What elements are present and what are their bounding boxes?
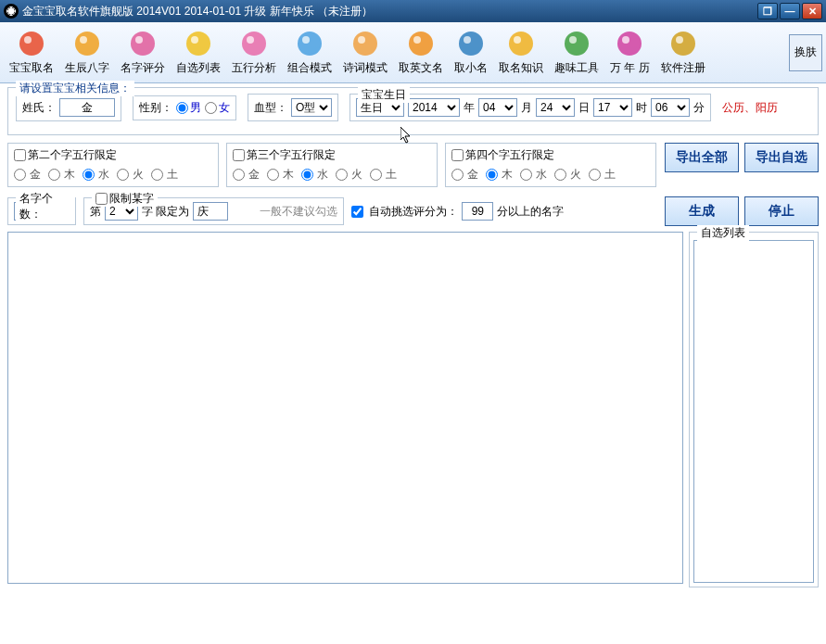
toolbar-people-group-icon[interactable]: 取小名 xyxy=(449,27,493,78)
minimize-button[interactable]: — xyxy=(780,3,800,19)
wuxing-box-4: 第四个字五行限定金木水火土 xyxy=(445,143,656,187)
cube-icon xyxy=(506,29,536,58)
bd-hour-select[interactable]: 17 xyxy=(593,98,632,117)
wuxing-opt-金[interactable]: 金 xyxy=(14,167,41,183)
person-star-icon xyxy=(406,29,436,58)
toolbar-group-icon[interactable]: 组合模式 xyxy=(282,27,337,78)
toolbar-person-star-icon[interactable]: 取英文名 xyxy=(393,27,449,78)
birthday-legend: 宝宝生日 xyxy=(358,87,410,103)
svg-point-25 xyxy=(676,36,683,44)
svg-point-19 xyxy=(514,36,521,44)
wuxing-opt-水[interactable]: 水 xyxy=(83,167,109,183)
birthday-box: 宝宝生日 生日 2014 年 04 月 24 日 17 时 06 分 xyxy=(349,94,711,121)
svg-point-4 xyxy=(131,32,155,56)
wuxing-opt-火[interactable]: 火 xyxy=(336,167,362,183)
gender-male-radio[interactable]: 男 xyxy=(176,100,201,116)
wuxing-opt-水[interactable]: 水 xyxy=(520,167,547,183)
skin-button[interactable]: 换肤 xyxy=(789,34,822,71)
toolbar-search-icon[interactable]: 生辰八字 xyxy=(59,27,115,78)
toolbar-cube-icon[interactable]: 取名知识 xyxy=(493,27,549,78)
export-sel-button[interactable]: 导出自选 xyxy=(744,143,819,172)
auto-filter-checkbox[interactable] xyxy=(351,206,363,218)
selection-list[interactable] xyxy=(693,240,814,583)
toolbar-people-icon[interactable]: 宝宝取名 xyxy=(4,27,59,78)
search-icon xyxy=(72,29,102,58)
bd-minute-select[interactable]: 06 xyxy=(651,98,690,117)
score-input[interactable] xyxy=(462,202,493,221)
wuxing-opt-金[interactable]: 金 xyxy=(451,167,478,183)
wuxing-opt-火[interactable]: 火 xyxy=(117,167,144,183)
app-icon xyxy=(4,4,19,19)
wuxing-opt-木[interactable]: 木 xyxy=(48,167,75,183)
surname-input[interactable] xyxy=(59,98,115,117)
export-all-button[interactable]: 导出全部 xyxy=(665,143,739,172)
key-icon xyxy=(668,29,698,58)
name-count-box: 名字个数： 三字 xyxy=(7,197,76,225)
bd-day-select[interactable]: 24 xyxy=(536,98,575,117)
svg-point-15 xyxy=(413,36,421,44)
svg-point-20 xyxy=(565,32,589,56)
svg-point-6 xyxy=(186,32,210,56)
toolbar-yinyang-icon[interactable]: 名字评分 xyxy=(115,27,171,78)
gear-icon xyxy=(239,29,269,58)
group-icon xyxy=(295,29,324,58)
gender-female-radio[interactable]: 女 xyxy=(205,100,230,116)
svg-point-18 xyxy=(509,32,533,56)
wuxing-opt-土[interactable]: 土 xyxy=(370,167,397,183)
wuxing-enable-3[interactable] xyxy=(233,149,245,161)
wuxing-box-3: 第三个字五行限定金木水火土 xyxy=(226,143,438,187)
svg-point-2 xyxy=(75,32,99,56)
svg-point-5 xyxy=(135,36,143,44)
svg-point-8 xyxy=(242,32,266,56)
limit-char-checkbox[interactable] xyxy=(95,193,108,205)
toolbar-gear-icon[interactable]: 五行分析 xyxy=(226,27,282,78)
svg-point-16 xyxy=(459,32,483,56)
svg-point-11 xyxy=(302,36,310,44)
svg-point-10 xyxy=(298,32,322,56)
wuxing-opt-土[interactable]: 土 xyxy=(589,167,616,183)
folder-icon xyxy=(615,29,644,58)
toolbar-key-icon[interactable]: 软件注册 xyxy=(655,27,711,78)
svg-point-1 xyxy=(24,36,32,44)
toolbar-dragon-icon[interactable]: 趣味工具 xyxy=(549,27,604,78)
generate-button[interactable]: 生成 xyxy=(665,196,739,226)
svg-point-0 xyxy=(19,32,44,56)
toolbar: 宝宝取名生辰八字名字评分自选列表五行分析组合模式诗词模式取英文名取小名取名知识趣… xyxy=(0,22,826,83)
limit-char-input[interactable] xyxy=(193,202,228,221)
restore-button[interactable]: ❐ xyxy=(757,3,778,19)
stop-button[interactable]: 停止 xyxy=(744,196,819,226)
dragon-icon xyxy=(562,29,591,58)
toolbar-star-icon[interactable]: 自选列表 xyxy=(171,27,226,78)
selection-list-box: 自选列表 xyxy=(689,232,819,587)
limit-char-box: 限制某字 第 2 字 限定为 一般不建议勾选 xyxy=(83,197,344,225)
toolbar-folder-icon[interactable]: 万 年 历 xyxy=(604,27,655,78)
surname-frame: 姓氏： xyxy=(16,94,121,121)
book-icon xyxy=(350,29,380,58)
calendar-note: 公历、阳历 xyxy=(722,100,778,116)
bd-year-select[interactable]: 2014 xyxy=(408,98,460,117)
wuxing-opt-木[interactable]: 木 xyxy=(486,167,513,183)
blood-frame: 血型： O型 xyxy=(248,94,338,121)
surname-label: 姓氏： xyxy=(22,100,56,116)
wuxing-opt-土[interactable]: 土 xyxy=(151,167,178,183)
gender-label: 性别： xyxy=(139,100,172,116)
close-button[interactable]: ✕ xyxy=(802,3,822,19)
wuxing-box-2: 第二个字五行限定金木水火土 xyxy=(7,143,219,187)
output-area[interactable] xyxy=(7,232,683,584)
wuxing-opt-水[interactable]: 水 xyxy=(301,167,328,183)
gender-frame: 性别： 男 女 xyxy=(133,95,236,120)
star-icon xyxy=(184,29,213,58)
wuxing-opt-木[interactable]: 木 xyxy=(267,167,294,183)
bd-month-select[interactable]: 04 xyxy=(478,98,517,117)
wuxing-enable-4[interactable] xyxy=(451,149,464,161)
svg-point-21 xyxy=(569,36,577,44)
wuxing-enable-2[interactable] xyxy=(14,149,26,161)
svg-point-7 xyxy=(191,36,198,44)
wuxing-opt-金[interactable]: 金 xyxy=(233,167,260,183)
svg-point-17 xyxy=(464,36,471,44)
svg-point-22 xyxy=(617,32,642,56)
blood-select[interactable]: O型 xyxy=(291,98,332,117)
toolbar-book-icon[interactable]: 诗词模式 xyxy=(337,27,393,78)
window-title: 金宝宝取名软件旗舰版 2014V01 2014-01-01 升级 新年快乐 （未… xyxy=(22,4,757,19)
wuxing-opt-火[interactable]: 火 xyxy=(554,167,581,183)
